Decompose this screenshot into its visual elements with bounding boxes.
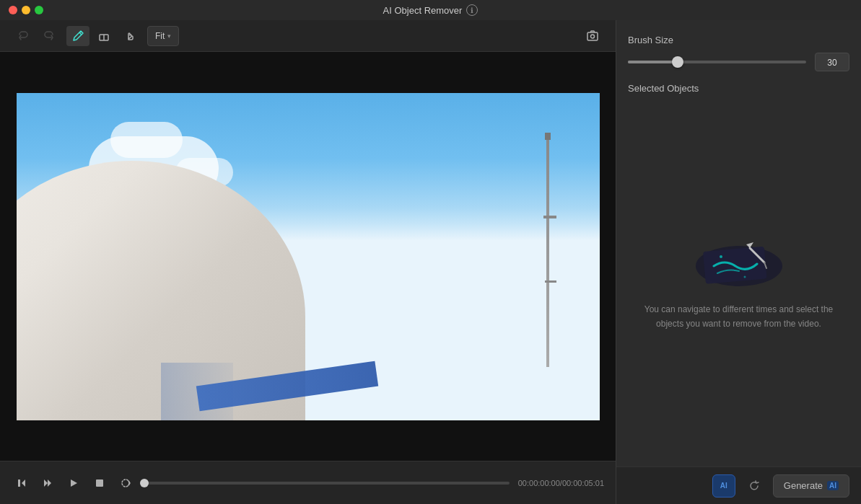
- generate-ai-icon: AI: [827, 481, 839, 490]
- timeline-thumb[interactable]: [140, 479, 149, 487]
- antenna-arm-1: [543, 216, 556, 218]
- svg-marker-7: [44, 479, 48, 487]
- svg-point-18: [743, 276, 746, 278]
- redo-button[interactable]: [38, 26, 61, 46]
- minimize-button[interactable]: [22, 6, 30, 14]
- fit-button[interactable]: Fit ▾: [147, 26, 179, 46]
- bottom-bar: AI Generate AI: [616, 467, 861, 504]
- generate-button[interactable]: Generate AI: [773, 474, 849, 498]
- brush-slider-fill: [628, 61, 678, 63]
- step-back-button[interactable]: [12, 473, 32, 493]
- brush-size-row: 30: [628, 53, 849, 71]
- svg-marker-5: [22, 479, 25, 487]
- svg-line-0: [79, 32, 82, 35]
- antenna-top: [545, 133, 551, 140]
- timeline-controls: [12, 473, 136, 493]
- antenna-arm-2: [545, 280, 556, 283]
- screenshot-button[interactable]: [581, 26, 604, 46]
- empty-illustration: [689, 226, 790, 291]
- brush-slider-track: [628, 61, 806, 63]
- undo-button[interactable]: [12, 26, 35, 46]
- info-icon[interactable]: ℹ: [466, 4, 478, 16]
- timeline-time: 00:00:00:00/00:00:05:01: [518, 479, 604, 487]
- window-controls: [9, 6, 43, 14]
- timeline-track[interactable]: [144, 482, 510, 485]
- app-title: AI Object Remover ℹ: [383, 4, 478, 16]
- svg-marker-9: [71, 479, 77, 487]
- svg-point-4: [591, 35, 595, 38]
- right-panel: Brush Size 30 Selected Objects: [616, 20, 861, 504]
- brush-slider-container[interactable]: [628, 55, 806, 69]
- play-back-button[interactable]: [38, 473, 58, 493]
- svg-rect-6: [18, 479, 20, 487]
- fit-label: Fit: [155, 31, 165, 41]
- video-image: [17, 93, 600, 420]
- ai-badge: AI: [712, 474, 735, 498]
- tool-controls: [66, 26, 141, 46]
- timeline-bar: 00:00:00:00/00:00:05:01: [0, 461, 616, 504]
- hand-tool-button[interactable]: [118, 26, 141, 46]
- editor-panel: Fit ▾: [0, 20, 616, 504]
- empty-hint-text: You can navigate to different times and …: [638, 303, 840, 330]
- svg-rect-3: [587, 32, 598, 40]
- svg-marker-8: [48, 479, 51, 487]
- toolbar: Fit ▾: [0, 20, 616, 52]
- title-bar: AI Object Remover ℹ: [0, 0, 861, 20]
- selected-objects-label: Selected Objects: [628, 83, 849, 94]
- eraser-tool-button[interactable]: [92, 26, 115, 46]
- brush-size-section: Brush Size 30: [628, 35, 849, 71]
- selected-objects-section: Selected Objects: [628, 83, 849, 94]
- cloud-2: [110, 122, 183, 158]
- refresh-button[interactable]: [743, 474, 766, 498]
- loop-button[interactable]: [115, 473, 136, 493]
- svg-point-17: [720, 255, 722, 258]
- svg-rect-10: [96, 479, 103, 487]
- brush-slider-thumb[interactable]: [672, 56, 683, 68]
- generate-label: Generate: [784, 480, 823, 491]
- brush-tool-button[interactable]: [66, 26, 89, 46]
- close-button[interactable]: [9, 6, 17, 14]
- brush-value[interactable]: 30: [815, 53, 849, 71]
- main-content: Fit ▾: [0, 20, 861, 504]
- video-frame: [17, 93, 600, 420]
- brush-size-label: Brush Size: [628, 35, 849, 45]
- right-panel-content: Brush Size 30 Selected Objects: [616, 20, 861, 467]
- objects-empty-area: You can navigate to different times and …: [628, 105, 849, 452]
- antenna: [546, 136, 549, 367]
- maximize-button[interactable]: [35, 6, 43, 14]
- title-text: AI Object Remover: [383, 5, 463, 16]
- stop-button[interactable]: [89, 473, 110, 493]
- fit-chevron-icon: ▾: [167, 32, 171, 40]
- video-area[interactable]: [0, 52, 616, 461]
- play-button[interactable]: [64, 473, 84, 493]
- history-controls: [12, 26, 61, 46]
